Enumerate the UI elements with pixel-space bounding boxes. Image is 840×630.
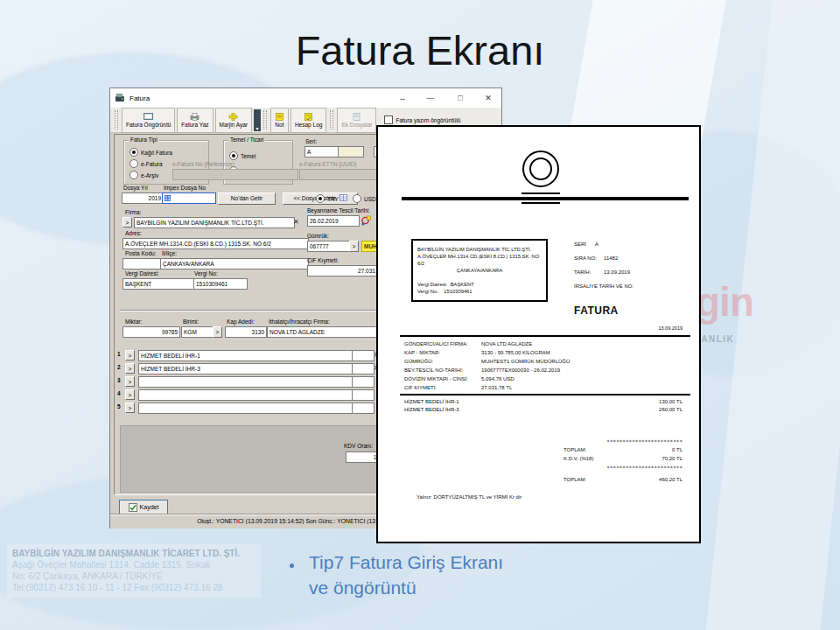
kap-adedi-input[interactable]: 3130: [225, 326, 267, 338]
item-amount-input[interactable]: [352, 389, 374, 401]
danismanlik-watermark: IANLIK: [697, 334, 734, 344]
radio-try[interactable]: TRY: [316, 194, 339, 203]
radio-usd[interactable]: USD: [353, 194, 376, 203]
firma-lookup-button[interactable]: >: [122, 217, 132, 228]
toolbar-grip[interactable]: [115, 110, 118, 130]
marjin-dropdown-chip[interactable]: ▾: [254, 109, 261, 131]
resize-icon[interactable]: ↔: [395, 91, 410, 105]
item-lookup-button[interactable]: >: [125, 350, 135, 360]
detail-label: CIF KIYMETİ:: [404, 385, 437, 390]
ek-dosyalar-button[interactable]: Ek Dosyalar: [337, 108, 376, 133]
dosya-yil-input[interactable]: 2019: [122, 192, 164, 204]
subtotal-label: TOPLAM:: [564, 447, 586, 452]
radio-temel[interactable]: Temel: [229, 151, 256, 160]
inv-sira-value: 11482: [604, 256, 618, 261]
close-button[interactable]: ✕: [480, 91, 496, 105]
item-text-input[interactable]: HİZMET BEDELİ İHR-3: [138, 363, 354, 374]
birimi-lookup-button[interactable]: >: [213, 326, 222, 338]
item-lookup-button[interactable]: >: [125, 402, 135, 413]
invoice-title: FATURA: [574, 304, 619, 317]
item-amount-input[interactable]: [352, 402, 374, 414]
bullet-text: Tip7 Fatura Giriş Ekranı ve öngörüntü: [309, 550, 503, 600]
window-titlebar[interactable]: Fatura ↔ — □ ✕: [110, 88, 501, 108]
gumruk-lookup-button[interactable]: >: [349, 241, 359, 252]
radio-e-arsiv[interactable]: e-Arşiv: [130, 171, 158, 179]
item-amount-input[interactable]: [352, 363, 374, 374]
line-item-name: HİZMET BEDELİ İHR-1: [404, 399, 459, 404]
amount-in-words: Yalnız: DÖRTYÜZALTMIŞ TL ve YİRMİ Kr dir: [416, 494, 522, 500]
seri-aux-input[interactable]: [338, 146, 364, 158]
item-text-input[interactable]: [138, 402, 354, 414]
cif-kiymeti-input[interactable]: 27.031,78: [307, 265, 386, 276]
refresh-icon[interactable]: [360, 215, 371, 226]
company-box: BAYBİLGİN YAZILIM DANIŞMANLIK TİC.LTD.ŞT…: [411, 239, 548, 302]
vergi-no-label: Vergi No:: [194, 270, 218, 276]
not-button[interactable]: Not: [270, 108, 289, 133]
inv-seri-label: SERİ: [574, 242, 586, 247]
il-ilce-input[interactable]: ÇANKAYA/ANKARA: [160, 258, 309, 270]
item-text-input[interactable]: [138, 389, 354, 401]
toolbar-grip[interactable]: [330, 110, 333, 130]
item-row-number: 5: [117, 403, 121, 410]
adres-input[interactable]: A.ÖVEÇLER MH.1314.CD.(ESKİ 8.CD.) 1315.S…: [122, 238, 309, 249]
grand-total-label: TOPLAM:: [564, 477, 586, 482]
ithalatci-firma-input[interactable]: NOVA LTD AGLADZE: [267, 326, 388, 338]
firma-input[interactable]: BAYBİLGİN YAZILIM DANIŞMANLIK TİC.LTD.ŞT…: [134, 217, 295, 228]
radio-kagit-fatura[interactable]: Kağıt Fatura: [130, 148, 172, 157]
kaydet-button[interactable]: Kaydet: [119, 500, 168, 514]
item-lookup-button[interactable]: >: [125, 363, 135, 374]
kdv-value: 70,20 TL: [662, 456, 682, 461]
kdv-orani-label: KDV Oranı:: [344, 443, 373, 449]
inv-irsaliye-label: İRSALİYE TARİH VE NO:: [574, 284, 634, 289]
nodan-getir-button[interactable]: No'dan Getir: [218, 192, 276, 205]
detail-value: NOVA LTD AGLADZE: [481, 341, 532, 346]
detail-label: GÖNDERİCİ/ALICI FİRMA:: [404, 341, 468, 346]
rule: [400, 394, 690, 396]
detail-value: 5.094,76 USD: [481, 376, 514, 382]
birimi-input[interactable]: KGM: [181, 326, 214, 338]
minimize-button[interactable]: —: [423, 91, 438, 105]
file-icon: [352, 113, 361, 121]
fatura-yaz-button[interactable]: Fatura Yaz: [177, 108, 213, 133]
logo-icon: [522, 150, 560, 204]
kap-adedi-label: Kap Adedi:: [227, 318, 254, 325]
checkbox-box[interactable]: [384, 116, 393, 124]
vergi-no-input[interactable]: 1510309461: [193, 278, 248, 290]
printer-icon: [190, 113, 200, 121]
radio-e-fatura[interactable]: e-Fatura: [130, 159, 163, 168]
item-text-input[interactable]: [138, 376, 354, 388]
maximize-button[interactable]: □: [452, 91, 468, 105]
status-text: Oluşt.: YONETICI (13.09.2019 15:14:52) S…: [110, 518, 375, 524]
toolbar-grip[interactable]: [263, 110, 267, 130]
hesap-log-button[interactable]: Hesap Log: [290, 108, 326, 133]
marjin-ayar-button[interactable]: Marjin Ayar: [215, 108, 252, 133]
impex-dosya-no-input[interactable]: 11: [162, 192, 216, 204]
item-amount-input[interactable]: [352, 376, 374, 388]
item-row-number: 1: [117, 351, 121, 357]
item-amount-input[interactable]: [352, 350, 374, 361]
beyanname-tarihi-input[interactable]: 26.02.2019: [307, 215, 360, 227]
stars-separator: ************************: [606, 465, 682, 471]
window-title: Fatura: [130, 94, 150, 102]
item-lookup-button[interactable]: >: [125, 389, 135, 400]
detail-label: GÜMRÜĞÜ:: [404, 359, 433, 364]
miktar-label: Miktar:: [125, 318, 143, 325]
bullet-marker: [290, 564, 294, 568]
adres-label: Adres:: [125, 230, 142, 236]
cif-kiymeti-label: CIF Kıymeti:: [307, 257, 339, 263]
efatura-no-input[interactable]: [172, 169, 298, 180]
gumruk-input[interactable]: 067777: [307, 241, 351, 252]
seri-input[interactable]: A: [304, 146, 340, 158]
fatura-yazim-onguruntulu-checkbox[interactable]: Fatura yazım öngörüntülü: [384, 116, 460, 124]
posta-kodu-input[interactable]: [122, 258, 163, 270]
vergi-dairesi-label: Vergi Dairesi:: [125, 270, 159, 276]
miktar-input[interactable]: 99785: [122, 326, 180, 338]
fatura-onguruntu-button[interactable]: Fatura Öngörüntü: [122, 108, 175, 133]
vergi-dairesi-input[interactable]: BAŞKENT: [122, 278, 196, 290]
line-item-name: HİZMET BEDELİ İHR-3: [404, 407, 459, 412]
detail-value: 27.031,78 TL: [481, 385, 512, 390]
item-text-input[interactable]: HİZMET BEDELİ İHR-1: [138, 350, 354, 361]
firma-clear-icon[interactable]: ✕: [293, 218, 299, 227]
item-lookup-button[interactable]: >: [125, 376, 135, 387]
rule: [400, 335, 690, 337]
